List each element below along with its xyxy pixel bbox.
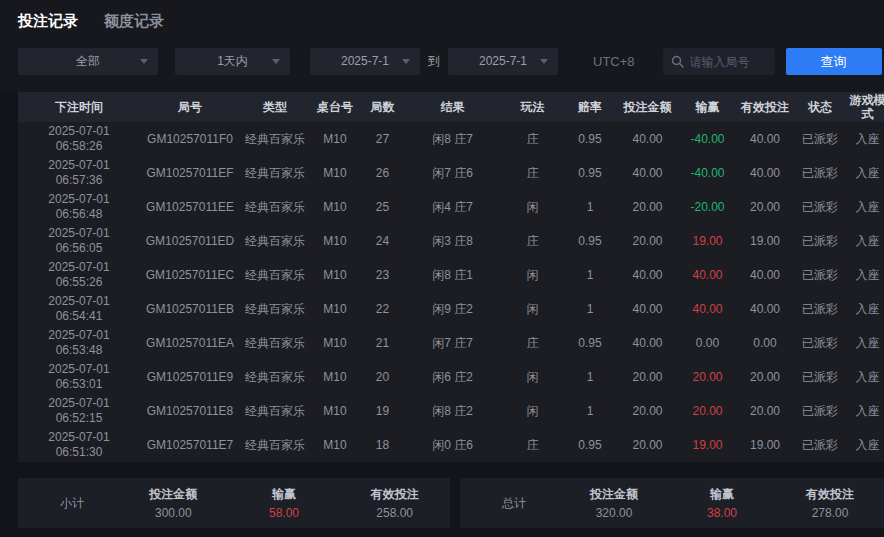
date-to-select[interactable]: 2025-7-1 [448,48,558,75]
subtotal-bet: 投注金额 300.00 [118,486,229,520]
cell-bet-time: 2025-07-0106:56:48 [18,192,140,222]
subtotal-valid: 有效投注 258.00 [339,486,450,520]
cell-round-count: 23 [360,268,405,283]
cell-table-no: M10 [310,404,360,419]
cell-odds: 0.95 [565,166,615,181]
column-header: 局数 [360,99,405,115]
date-from-value: 2025-7-1 [341,54,389,68]
column-header: 类型 [240,99,310,115]
chevron-down-icon [272,59,280,64]
summary-bar: 小计 投注金额 300.00 输赢 58.00 有效投注 258.00 总计 投… [18,478,884,528]
cell-bet-amount: 20.00 [615,200,680,215]
cell-round-id: GM10257011EC [140,268,240,283]
cell-valid-bet: 20.00 [735,370,795,385]
cell-bet-amount: 40.00 [615,268,680,283]
chevron-down-icon [402,59,410,64]
search-icon [671,55,684,68]
subtotal-title: 小计 [18,495,118,512]
cell-bet-amount: 20.00 [615,234,680,249]
chevron-down-icon [540,59,548,64]
cell-game-mode: 入座 [845,234,884,249]
cell-status: 已派彩 [795,302,845,317]
round-search-input[interactable] [688,54,776,70]
cell-table-no: M10 [310,132,360,147]
date-range-select[interactable]: 1天内 [175,48,290,75]
cell-bet-time: 2025-07-0106:58:26 [18,124,140,154]
cell-round-count: 19 [360,404,405,419]
cell-bet-time: 2025-07-0106:55:26 [18,260,140,290]
subtotal-valid-label: 有效投注 [339,486,450,503]
column-header: 有效投注 [735,99,795,115]
cell-game-mode: 入座 [845,132,884,147]
cell-bet-time: 2025-07-0106:52:15 [18,396,140,426]
cell-game-mode: 入座 [845,336,884,351]
cell-winloss: 20.00 [680,370,735,385]
column-header: 玩法 [500,99,565,115]
table-row: 2025-07-0106:55:26 GM10257011EC 经典百家乐 M1… [18,258,884,292]
cell-play: 闲 [500,302,565,317]
table-row: 2025-07-0106:56:05 GM10257011ED 经典百家乐 M1… [18,224,884,258]
cell-round-id: GM10257011E9 [140,370,240,385]
cell-winloss: 40.00 [680,268,735,283]
cell-winloss: 20.00 [680,404,735,419]
tab-额度记录[interactable]: 额度记录 [104,10,164,36]
cell-winloss: 19.00 [680,234,735,249]
column-header: 游戏模式 [845,92,884,122]
table-row: 2025-07-0106:51:30 GM10257011E7 经典百家乐 M1… [18,428,884,462]
cell-bet-amount: 20.00 [615,404,680,419]
cell-round-count: 18 [360,438,405,453]
cell-play: 闲 [500,268,565,283]
date-from-select[interactable]: 2025-7-1 [310,48,420,75]
table-row: 2025-07-0106:53:48 GM10257011EA 经典百家乐 M1… [18,326,884,360]
cell-play: 庄 [500,166,565,181]
cell-table-no: M10 [310,302,360,317]
tab-投注记录[interactable]: 投注记录 [18,10,78,36]
cell-round-count: 24 [360,234,405,249]
cell-status: 已派彩 [795,438,845,453]
total-bet-label: 投注金额 [560,486,668,503]
bet-type-select-value: 全部 [76,54,100,68]
cell-round-count: 21 [360,336,405,351]
cell-odds: 1 [565,200,615,215]
cell-round-id: GM10257011ED [140,234,240,249]
cell-status: 已派彩 [795,268,845,283]
cell-game-type: 经典百家乐 [240,166,310,181]
bet-type-select[interactable]: 全部 [18,48,158,75]
cell-bet-time: 2025-07-0106:51:30 [18,430,140,460]
to-label: 到 [428,53,440,70]
column-header: 下注时间 [18,99,140,115]
cell-result: 闲7 庄6 [405,166,500,181]
table-row: 2025-07-0106:56:48 GM10257011EE 经典百家乐 M1… [18,190,884,224]
header-area: 投注记录额度记录 全部 1天内 2025-7-1 到 2025-7-1 UTC+… [0,0,884,92]
cell-odds: 1 [565,404,615,419]
cell-game-type: 经典百家乐 [240,268,310,283]
cell-table-no: M10 [310,438,360,453]
cell-round-id: GM10257011EA [140,336,240,351]
cell-valid-bet: 20.00 [735,404,795,419]
query-button[interactable]: 查询 [786,48,882,75]
cell-play: 庄 [500,336,565,351]
cell-winloss: -40.00 [680,132,735,147]
subtotal-valid-value: 258.00 [339,506,450,520]
column-header: 桌台号 [310,99,360,115]
cell-table-no: M10 [310,200,360,215]
round-search-box[interactable] [663,48,775,75]
cell-round-id: GM10257011F0 [140,132,240,147]
cell-result: 闲8 庄1 [405,268,500,283]
cell-round-id: GM10257011EB [140,302,240,317]
table-body: 2025-07-0106:58:26 GM10257011F0 经典百家乐 M1… [18,122,884,462]
cell-winloss: -20.00 [680,200,735,215]
cell-bet-amount: 40.00 [615,302,680,317]
cell-result: 闲7 庄7 [405,336,500,351]
total-winloss: 输赢 38.00 [668,486,776,520]
cell-bet-amount: 20.00 [615,370,680,385]
cell-status: 已派彩 [795,336,845,351]
cell-bet-time: 2025-07-0106:53:48 [18,328,140,358]
cell-odds: 1 [565,370,615,385]
cell-round-count: 25 [360,200,405,215]
cell-status: 已派彩 [795,404,845,419]
column-header: 赔率 [565,99,615,115]
table-header-row: 下注时间局号类型桌台号局数结果玩法赔率投注金额输赢有效投注状态游戏模式 [18,92,884,122]
cell-round-count: 27 [360,132,405,147]
cell-bet-amount: 40.00 [615,336,680,351]
